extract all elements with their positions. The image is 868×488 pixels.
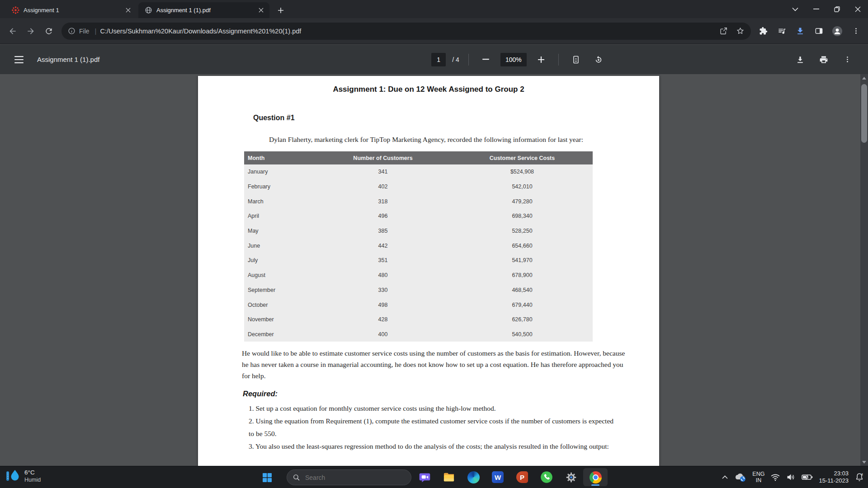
address-bar[interactable]: File | C:/Users/Sukhman%20Kaur/Downloads… (61, 23, 751, 40)
globe-favicon-icon (145, 6, 152, 14)
vertical-scrollbar[interactable] (860, 74, 868, 466)
customers-cell: 351 (314, 257, 452, 263)
back-button[interactable] (4, 22, 22, 40)
tab-close-icon[interactable] (124, 6, 132, 14)
cost-cell: 479,280 (452, 198, 593, 205)
scroll-up-icon[interactable] (860, 74, 868, 82)
month-cell: March (244, 198, 314, 205)
cost-cell: 528,250 (452, 228, 593, 234)
downloads-icon[interactable] (793, 23, 808, 39)
powerpoint-icon[interactable]: P (510, 467, 534, 487)
profile-avatar[interactable] (830, 23, 845, 39)
close-window-button[interactable] (847, 1, 868, 17)
toolbar-divider (468, 54, 469, 66)
settings-gear-icon[interactable] (559, 467, 583, 487)
customers-cell: 341 (314, 169, 452, 175)
tray-time: 23:03 (819, 470, 849, 477)
page-number-input[interactable]: 1 (431, 53, 446, 66)
tab-close-icon[interactable] (257, 6, 265, 14)
table-row: June 442 654,660 (244, 238, 593, 253)
word-icon[interactable]: W (486, 467, 510, 487)
search-input[interactable] (304, 474, 392, 482)
reload-button[interactable] (40, 22, 58, 40)
bookmark-star-icon[interactable] (736, 27, 745, 35)
system-tray: ENG IN 23:03 15-11-2023 z (722, 466, 864, 488)
edge-browser-icon[interactable] (461, 467, 486, 487)
taskbar-app-icons: W P (412, 466, 608, 488)
zoom-out-button[interactable] (478, 52, 494, 68)
zoom-in-button[interactable] (533, 52, 549, 68)
zoom-level-input[interactable]: 100% (500, 53, 527, 66)
file-explorer-icon[interactable] (437, 467, 461, 487)
clock-widget[interactable]: 23:03 15-11-2023 (819, 470, 849, 484)
requirement-item: Set up a cost equation for monthly custo… (249, 402, 616, 415)
extensions-puzzle-icon[interactable] (755, 23, 771, 39)
info-icon[interactable] (68, 27, 75, 35)
cost-cell: 540,500 (452, 331, 593, 338)
month-cell: April (244, 213, 314, 219)
requirement-text: Using the equation from Requirement (1),… (249, 417, 613, 437)
cost-cell: 626,780 (452, 316, 593, 323)
customers-cell: 385 (314, 228, 452, 234)
requirement-item: You also used the least-squares regressi… (249, 440, 616, 453)
rotate-icon[interactable] (590, 52, 607, 68)
weather-temp: 6°C (24, 469, 41, 476)
tray-chevron-icon[interactable] (722, 475, 728, 479)
new-tab-button[interactable] (275, 5, 287, 16)
pdf-menu-icon[interactable] (11, 52, 27, 68)
window-controls (785, 0, 868, 18)
table-row: November 428 626,780 (244, 312, 593, 327)
month-cell: February (244, 183, 314, 190)
table-row: February 402 542,010 (244, 179, 593, 194)
start-button[interactable] (261, 472, 273, 483)
scheme-label: File (79, 28, 90, 35)
requirement-item: Using the equation from Requirement (1),… (249, 415, 616, 440)
customers-cell: 442 (314, 243, 452, 249)
data-table: Month Number of Customers Customer Servi… (244, 151, 593, 342)
tab-title: Assignment 1 (24, 7, 124, 14)
required-heading: Required: (243, 389, 278, 398)
customers-cell: 318 (314, 198, 452, 205)
wifi-icon[interactable] (770, 473, 780, 481)
media-playlist-icon[interactable] (774, 23, 789, 39)
canvas-favicon-icon (12, 6, 19, 14)
cost-cell: 678,900 (452, 272, 593, 278)
volume-icon[interactable] (786, 473, 796, 481)
customers-cell: 496 (314, 213, 452, 219)
share-icon[interactable] (719, 27, 728, 35)
language-indicator[interactable]: ENG IN (752, 471, 764, 483)
requirements-list: Set up a cost equation for monthly custo… (249, 402, 616, 453)
browser-menu-icon[interactable] (848, 23, 863, 39)
whatsapp-icon[interactable] (534, 467, 559, 487)
weather-widget[interactable]: 6°C Humid (5, 469, 41, 483)
forward-button[interactable] (22, 22, 40, 40)
table-row: October 498 679,440 (244, 297, 593, 312)
table-row: August 480 678,900 (244, 268, 593, 283)
pdf-more-menu-icon[interactable] (839, 52, 855, 68)
chrome-icon[interactable] (583, 468, 608, 486)
scroll-down-icon[interactable] (860, 458, 868, 466)
document-title: Assignment 1: Due on 12 Week Assigned to… (198, 85, 659, 94)
maximize-button[interactable] (826, 1, 847, 17)
month-cell: January (244, 169, 314, 175)
side-panel-icon[interactable] (811, 23, 826, 39)
onedrive-icon[interactable] (734, 472, 746, 482)
fit-to-page-icon[interactable] (568, 52, 584, 68)
month-cell: May (244, 228, 314, 234)
meet-now-icon[interactable] (412, 467, 437, 487)
tab-assignment-1[interactable]: Assignment 1 (5, 2, 137, 18)
battery-icon[interactable] (802, 474, 813, 481)
pdf-download-icon[interactable] (792, 52, 808, 68)
tab-search-chevron-icon[interactable] (785, 1, 806, 17)
minimize-button[interactable] (806, 1, 826, 17)
notification-bell-icon[interactable]: z (854, 472, 864, 482)
table-row: December 400 540,500 (244, 327, 593, 342)
table-body: January 341 $524,908 February 402 542,01… (244, 164, 593, 342)
taskbar-search[interactable] (287, 469, 411, 485)
pdf-print-icon[interactable] (816, 52, 832, 68)
tab-assignment-pdf[interactable]: Assignment 1 (1).pdf (138, 2, 269, 18)
scrollbar-thumb[interactable] (861, 84, 867, 143)
intro-text: Dylan Flaherty, marketing clerk for TipT… (269, 136, 583, 144)
pdf-page: Assignment 1: Due on 12 Week Assigned to… (198, 76, 659, 466)
customers-cell: 480 (314, 272, 452, 278)
